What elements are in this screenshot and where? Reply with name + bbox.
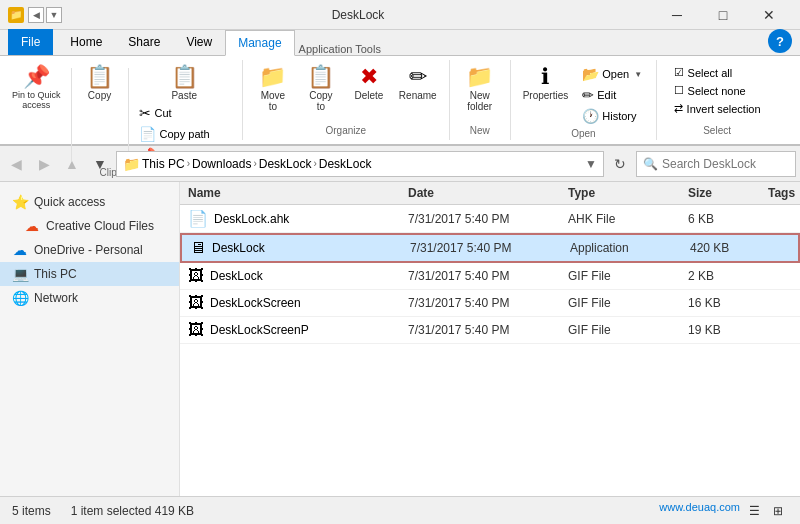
rename-button[interactable]: ✏ Rename: [395, 64, 441, 103]
col-header-size[interactable]: Size: [688, 186, 768, 200]
copy-to-button[interactable]: 📋 Copyto: [299, 64, 343, 114]
col-header-tags[interactable]: Tags: [768, 186, 795, 200]
tab-manage[interactable]: Manage: [225, 30, 294, 56]
edit-button[interactable]: ✏ Edit: [576, 85, 648, 105]
col-header-type[interactable]: Type: [568, 186, 688, 200]
new-content: 📁 Newfolder: [458, 64, 502, 123]
sidebar-item-quick-access[interactable]: ⭐ Quick access: [0, 190, 179, 214]
tab-share[interactable]: Share: [115, 29, 173, 55]
open-button[interactable]: 📂 Open ▼: [576, 64, 648, 84]
tab-home[interactable]: Home: [57, 29, 115, 55]
organize-label: Organize: [325, 125, 366, 136]
select-all-button[interactable]: ☑ Select all: [668, 64, 767, 81]
help-button[interactable]: ?: [768, 29, 792, 53]
sep2: ›: [253, 158, 256, 169]
title-bar-controls: ─ □ ✕: [654, 0, 792, 30]
paste-button[interactable]: 📋 Paste: [135, 64, 234, 103]
icons-view-button[interactable]: ⊞: [768, 501, 788, 521]
sidebar-item-onedrive[interactable]: ☁ OneDrive - Personal: [0, 238, 179, 262]
website-label: www.deuaq.com: [659, 501, 740, 521]
tab-view[interactable]: View: [173, 29, 225, 55]
pin-quick-access-button[interactable]: 📌 Pin to Quickaccess: [8, 64, 65, 112]
select-buttons: ☑ Select all ☐ Select none ⇄ Invert sele…: [668, 64, 767, 117]
status-bar: 5 items 1 item selected 419 KB www.deuaq…: [0, 496, 800, 524]
sep1: ›: [187, 158, 190, 169]
copy-label: Copy: [88, 90, 111, 101]
delete-button[interactable]: ✖ Delete: [347, 64, 391, 103]
file-icon: 🖼: [188, 321, 204, 339]
back-button[interactable]: ◀: [4, 152, 28, 176]
refresh-button[interactable]: ↻: [608, 151, 632, 177]
file-size-cell: 420 KB: [690, 241, 770, 255]
move-to-label: Moveto: [261, 90, 285, 112]
recent-locations-button[interactable]: ▼: [88, 152, 112, 176]
main-content: ⭐ Quick access ☁ Creative Cloud Files ☁ …: [0, 182, 800, 496]
cut-button[interactable]: ✂ Cut: [135, 103, 234, 123]
copy-button[interactable]: 📋 Copy: [78, 64, 122, 103]
network-icon: 🌐: [12, 290, 28, 306]
breadcrumb-desklock1[interactable]: DeskLock: [259, 157, 312, 171]
file-name-cell: 🖼 DeskLockScreen: [188, 294, 408, 312]
rename-label: Rename: [399, 90, 437, 101]
file-type-cell: GIF File: [568, 296, 688, 310]
breadcrumb-downloads[interactable]: Downloads: [192, 157, 251, 171]
file-list-header: Name Date Type Size Tags: [180, 182, 800, 205]
open-label: Open: [571, 128, 595, 139]
sep3: ›: [313, 158, 316, 169]
file-type-cell: AHK File: [568, 212, 688, 226]
table-row[interactable]: 🖥 DeskLock 7/31/2017 5:40 PM Application…: [180, 233, 800, 263]
select-none-button[interactable]: ☐ Select none: [668, 82, 767, 99]
paste-icon: 📋: [171, 66, 198, 88]
tab-file[interactable]: File: [8, 29, 53, 55]
select-none-label: Select none: [688, 85, 746, 97]
move-to-button[interactable]: 📁 Moveto: [251, 64, 295, 114]
history-button[interactable]: 🕐 History: [576, 106, 648, 126]
quick-back-btn[interactable]: ◀: [28, 7, 44, 23]
sidebar: ⭐ Quick access ☁ Creative Cloud Files ☁ …: [0, 182, 180, 496]
select-content: ☑ Select all ☐ Select none ⇄ Invert sele…: [668, 64, 767, 123]
creative-cloud-icon: ☁: [24, 218, 40, 234]
onedrive-icon: ☁: [12, 242, 28, 258]
paste-label: Paste: [171, 90, 197, 101]
cut-icon: ✂: [139, 105, 151, 121]
ribbon: 📌 Pin to Quickaccess 📋 Copy 📋 Paste ✂: [0, 56, 800, 146]
breadcrumb-this-pc[interactable]: This PC: [142, 157, 185, 171]
new-folder-button[interactable]: 📁 Newfolder: [458, 64, 502, 114]
file-size-cell: 19 KB: [688, 323, 768, 337]
forward-button[interactable]: ▶: [32, 152, 56, 176]
quick-down-btn[interactable]: ▼: [46, 7, 62, 23]
title-bar-left: 📁 ◀ ▼: [8, 7, 62, 23]
copy-to-icon: 📋: [307, 66, 334, 88]
rename-icon: ✏: [409, 66, 427, 88]
invert-icon: ⇄: [674, 102, 683, 115]
search-input[interactable]: [662, 157, 789, 171]
title-bar-quick-access: ◀ ▼: [28, 7, 62, 23]
quick-access-icon: ⭐: [12, 194, 28, 210]
file-icon: 🖼: [188, 294, 204, 312]
search-box[interactable]: 🔍: [636, 151, 796, 177]
maximize-button[interactable]: □: [700, 0, 746, 30]
table-row[interactable]: 🖼 DeskLockScreenP 7/31/2017 5:40 PM GIF …: [180, 317, 800, 344]
file-name-cell: 🖼 DeskLock: [188, 267, 408, 285]
sidebar-item-network[interactable]: 🌐 Network: [0, 286, 179, 310]
open-dropdown-icon: ▼: [634, 70, 642, 79]
table-row[interactable]: 📄 DeskLock.ahk 7/31/2017 5:40 PM AHK Fil…: [180, 205, 800, 233]
table-row[interactable]: 🖼 DeskLockScreen 7/31/2017 5:40 PM GIF F…: [180, 290, 800, 317]
col-header-name[interactable]: Name: [188, 186, 408, 200]
table-row[interactable]: 🖼 DeskLock 7/31/2017 5:40 PM GIF File 2 …: [180, 263, 800, 290]
close-button[interactable]: ✕: [746, 0, 792, 30]
title-bar: 📁 ◀ ▼ DeskLock ─ □ ✕: [0, 0, 800, 30]
details-view-button[interactable]: ☰: [744, 501, 764, 521]
col-header-date[interactable]: Date: [408, 186, 568, 200]
copy-path-button[interactable]: 📄 Copy path: [135, 124, 234, 144]
properties-button[interactable]: ℹ Properties: [519, 64, 573, 103]
sidebar-item-this-pc[interactable]: 💻 This PC: [0, 262, 179, 286]
minimize-button[interactable]: ─: [654, 0, 700, 30]
select-all-label: Select all: [688, 67, 733, 79]
breadcrumb-desklock2[interactable]: DeskLock: [319, 157, 372, 171]
sidebar-item-creative-cloud[interactable]: ☁ Creative Cloud Files: [0, 214, 179, 238]
pin-icon: 📌: [23, 66, 50, 88]
invert-selection-button[interactable]: ⇄ Invert selection: [668, 100, 767, 117]
breadcrumb[interactable]: 📁 This PC › Downloads › DeskLock › DeskL…: [116, 151, 604, 177]
up-button[interactable]: ▲: [60, 152, 84, 176]
